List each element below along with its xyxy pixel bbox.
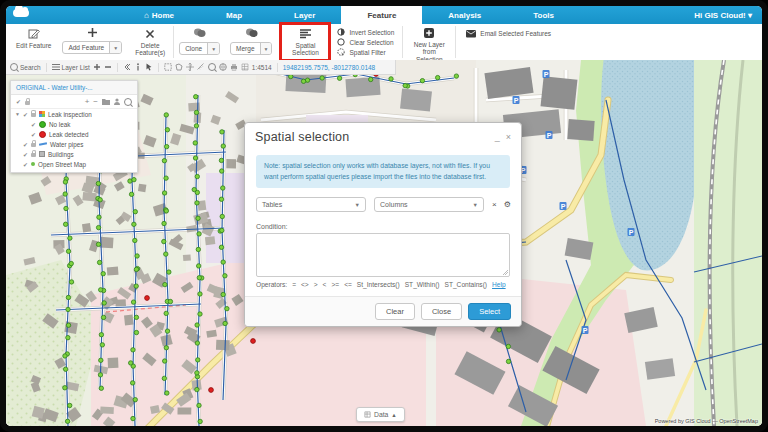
printer-icon <box>230 63 238 71</box>
check-all-icon[interactable]: ✔ <box>16 98 21 105</box>
merge-button[interactable]: Merge <box>231 43 259 54</box>
layer-row-water-pipes[interactable]: ✔ Water pipes <box>11 139 137 149</box>
operator[interactable]: < <box>323 281 327 288</box>
layer-search-icon[interactable] <box>124 98 132 106</box>
user-menu[interactable]: Hi GIS Cloud! ▾ <box>694 6 762 24</box>
leak-inspection-marker <box>163 282 167 286</box>
clone-button[interactable]: Clone <box>180 43 207 54</box>
user-icon[interactable] <box>114 98 120 105</box>
operator[interactable]: <> <box>301 281 309 288</box>
operator[interactable]: ST_Within() <box>405 281 440 288</box>
delete-feature-button[interactable]: Delete Feature(s) <box>127 24 173 60</box>
leak-inspection-marker <box>66 249 70 253</box>
leak-inspection-marker <box>225 306 229 310</box>
tables-select[interactable]: Tables▼ <box>256 197 366 212</box>
dialog-title: Spatial selection <box>255 130 349 144</box>
nav-item-map[interactable]: Map <box>200 6 268 24</box>
remove-row-icon[interactable]: × <box>492 200 497 209</box>
layer-visibility-check[interactable]: ✔ <box>23 111 28 118</box>
folder-icon[interactable] <box>102 98 110 105</box>
layer-visibility-check[interactable]: ✔ <box>23 161 28 168</box>
nav-item-tools[interactable]: Tools <box>507 6 580 24</box>
operator[interactable]: = <box>292 281 296 288</box>
add-feature-button[interactable]: Add Feature <box>63 42 109 53</box>
map-name-header[interactable]: ORIGINAL - Water Utility-... <box>11 81 137 95</box>
leak-inspection-marker <box>164 346 168 350</box>
spatial-filter-button[interactable]: Spatial Filter <box>337 48 394 56</box>
pointer-tool[interactable] <box>145 63 153 71</box>
map-canvas[interactable]: PPPPPPP Search Layer List 1:4514 1948219… <box>6 60 762 426</box>
layer-row-buildings[interactable]: ✔ Buildings <box>11 149 137 159</box>
measure-tool[interactable] <box>197 63 205 71</box>
chevron-down-icon: ▼ <box>473 202 478 208</box>
search-tool[interactable]: Search <box>10 63 41 71</box>
remove-layer-icon[interactable]: − <box>93 97 98 106</box>
nav-item-layer[interactable]: Layer <box>268 6 341 24</box>
gear-icon[interactable]: ⚙ <box>504 200 511 209</box>
polygon-select-tool[interactable] <box>175 63 183 71</box>
globe-tool[interactable] <box>219 63 227 71</box>
layer-row-leak-detected[interactable]: ✔ Leak detected <box>11 129 137 139</box>
gis-cloud-logo[interactable] <box>6 6 40 24</box>
layer-visibility-check[interactable]: ✔ <box>23 141 28 148</box>
operator[interactable]: ST_Contains() <box>445 281 488 288</box>
minimize-icon[interactable]: _ <box>495 133 500 141</box>
clear-selection-button[interactable]: Clear Selection <box>337 38 394 46</box>
add-layer-icon[interactable]: + <box>85 97 90 106</box>
leak-inspection-marker <box>164 252 168 256</box>
leak-inspection-marker <box>131 300 135 304</box>
export-tool[interactable] <box>241 63 249 71</box>
help-link[interactable]: Help <box>492 281 506 288</box>
columns-select[interactable]: Columns▼ <box>374 197 484 212</box>
selection-tools-group: Invert Selection Clear Selection Spatial… <box>329 24 402 60</box>
layer-row-leak-inspection[interactable]: ▼ ✔ Leak inspection <box>11 109 137 119</box>
condition-textarea[interactable] <box>256 233 510 277</box>
leak-inspection-marker <box>99 333 103 337</box>
zoom-in-tool[interactable] <box>93 63 101 71</box>
merge-dropdown[interactable]: ▼ <box>260 43 272 54</box>
operator[interactable]: > <box>314 281 318 288</box>
add-feature-dropdown[interactable]: ▼ <box>109 42 121 53</box>
print-tool[interactable] <box>230 63 238 71</box>
polygon-select-icon <box>175 63 183 71</box>
box-select-tool[interactable] <box>164 63 172 71</box>
pan-tool[interactable] <box>186 63 194 71</box>
layer-visibility-check[interactable]: ✔ <box>23 151 28 158</box>
nav-item-analysis[interactable]: Analysis <box>422 6 507 24</box>
leak-inspection-marker <box>63 386 67 390</box>
layer-visibility-check[interactable]: ✔ <box>31 121 36 128</box>
clear-button[interactable]: Clear <box>375 303 415 320</box>
leak-inspection-marker <box>221 186 225 190</box>
layer-row-no-leak[interactable]: ✔ No leak <box>11 119 137 129</box>
email-selected-features-button[interactable]: Email Selected Features <box>456 24 551 60</box>
info-tool[interactable] <box>134 63 142 71</box>
operator[interactable]: >= <box>331 281 339 288</box>
close-button[interactable]: Close <box>421 303 462 320</box>
layer-row-open-street-map[interactable]: ✔ Open Street Map <box>11 159 137 172</box>
data-panel-toggle[interactable]: Data ▲ <box>356 407 405 422</box>
zoom-out-tool[interactable] <box>104 63 112 71</box>
nav-item-home[interactable]: ⌂Home <box>118 6 200 24</box>
nav-item-feature[interactable]: Feature <box>341 6 422 24</box>
operator[interactable]: St_Intersects() <box>357 281 400 288</box>
lock-icon[interactable] <box>25 101 30 105</box>
spatial-selection-button[interactable]: Spatial Selection <box>281 24 329 60</box>
leak-inspection-marker <box>134 315 138 319</box>
expand-caret-icon[interactable]: ▼ <box>15 111 20 117</box>
layer-visibility-check[interactable]: ✔ <box>31 131 36 138</box>
dialog-titlebar[interactable]: Spatial selection _ × <box>245 123 521 149</box>
invert-selection-button[interactable]: Invert Selection <box>337 28 394 36</box>
layer-list-toggle[interactable]: Layer List <box>52 63 90 71</box>
zoom-to-selection-tool[interactable] <box>208 63 216 71</box>
leak-inspection-marker <box>100 343 104 347</box>
map-scale[interactable]: 1:4514 <box>252 64 272 71</box>
svg-text:P: P <box>583 327 588 334</box>
operators-row: Operators: = <> > < >= <= St_Intersects(… <box>256 281 510 288</box>
previous-extent-tool[interactable] <box>123 63 131 71</box>
clone-dropdown[interactable]: ▼ <box>207 43 219 54</box>
select-button[interactable]: Select <box>468 303 511 320</box>
edit-feature-button[interactable]: Edit Feature <box>10 24 57 60</box>
new-layer-from-selection-button[interactable]: New Layer from Selection <box>403 24 455 60</box>
close-icon[interactable]: × <box>506 133 511 141</box>
operator[interactable]: <= <box>344 281 352 288</box>
